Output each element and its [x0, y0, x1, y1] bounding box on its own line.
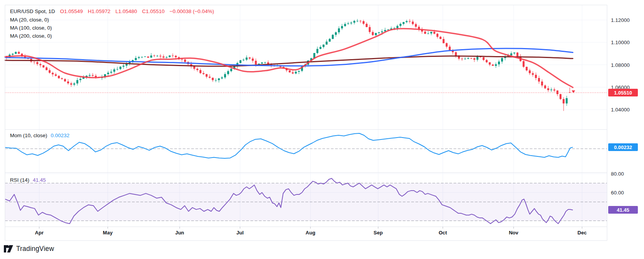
month-label-jun: Jun	[175, 230, 184, 236]
ma100-label: MA (100, close, 0)	[10, 25, 52, 31]
ma200-legend[interactable]: MA (200, close, 0)	[10, 33, 52, 39]
rsi-tick-label: 60.00	[611, 190, 624, 196]
month-label-dec: Dec	[577, 230, 587, 236]
momentum-line	[5, 133, 573, 158]
ma100-legend[interactable]: MA (100, close, 0)	[10, 25, 52, 31]
month-label-nov: Nov	[509, 230, 519, 236]
month-label-apr: Apr	[35, 230, 43, 236]
ma200-label: MA (200, close, 0)	[10, 33, 52, 39]
month-label-oct: Oct	[439, 230, 447, 236]
rsi-legend[interactable]: RSI (14)41.45	[10, 177, 46, 183]
ohlc-close: C1.05510	[142, 8, 165, 14]
momentum-legend[interactable]: Mom (10, close)0.00232	[10, 133, 70, 139]
ohlc-high: H1.05972	[88, 8, 110, 14]
price-tick-label: 1.04000	[611, 107, 630, 113]
rsi-band	[5, 183, 607, 221]
price-tick-label: 1.12000	[611, 17, 630, 23]
last-price-badge: 1.05510	[608, 89, 638, 96]
rsi-value: 41.45	[33, 177, 46, 183]
tradingview-logo-icon	[4, 245, 13, 253]
symbol-legend[interactable]: EUR/USD Spot, 1DO1.05549H1.05972L1.05480…	[10, 8, 219, 15]
momentum-value: 0.00232	[51, 133, 70, 138]
price-tick-label: 1.10000	[611, 40, 630, 45]
rsi-label: RSI (14)	[10, 177, 29, 183]
time-axis-ticks	[39, 227, 582, 229]
ohlc-change: −0.00038 (−0.04%)	[170, 8, 214, 14]
month-label-aug: Aug	[305, 230, 315, 236]
month-label-jul: Jul	[237, 230, 244, 236]
ma20-label: MA (20, close, 0)	[10, 17, 49, 23]
ohlc-open: O1.05549	[60, 8, 83, 14]
symbol-title: EUR/USD Spot, 1D	[10, 8, 55, 14]
price-tick-label: 1.08000	[611, 62, 630, 68]
ma20-legend[interactable]: MA (20, close, 0)	[10, 17, 49, 23]
chart-canvas[interactable]	[0, 0, 644, 259]
momentum-value-badge: 0.00232	[608, 143, 638, 151]
ma20-line	[5, 29, 573, 88]
rsi-value-badge: 41.45	[608, 206, 638, 214]
tradingview-logo[interactable]: TradingView	[4, 245, 54, 253]
tradingview-logo-text: TradingView	[16, 245, 54, 253]
month-label-may: May	[103, 230, 112, 236]
rsi-tick-label: 80.00	[611, 171, 624, 177]
ohlc-low: L1.05480	[115, 8, 137, 14]
momentum-label: Mom (10, close)	[10, 133, 47, 138]
month-label-sep: Sep	[374, 230, 383, 236]
trading-chart-window: EUR/USD Spot, 1DO1.05549H1.05972L1.05480…	[0, 0, 644, 259]
